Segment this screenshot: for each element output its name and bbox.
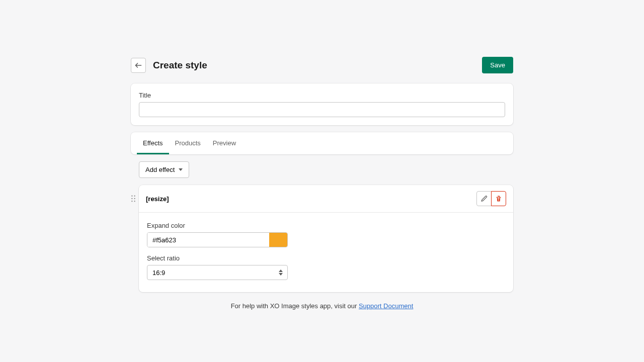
trash-icon	[495, 195, 502, 202]
select-ratio-group: Select ratio 16:9	[147, 254, 505, 280]
effect-body: Expand color Select ratio 16:9	[139, 213, 513, 292]
drag-handle[interactable]	[131, 195, 136, 204]
footer-help-text: For help with XO Image styles app, visit…	[231, 302, 359, 310]
effect-header: [resize]	[139, 185, 513, 213]
ratio-select[interactable]: 16:9	[147, 265, 288, 280]
delete-button[interactable]	[491, 191, 506, 206]
svg-point-3	[134, 198, 135, 199]
add-effect-button[interactable]: Add effect	[139, 161, 189, 178]
color-input-wrapper	[147, 232, 288, 247]
page-title: Create style	[153, 60, 482, 71]
tab-products[interactable]: Products	[169, 132, 207, 154]
color-swatch[interactable]	[269, 233, 287, 247]
effect-wrapper: [resize] Expand color	[139, 185, 513, 292]
drag-handle-icon	[131, 195, 136, 202]
svg-point-5	[134, 201, 135, 202]
expand-color-input[interactable]	[147, 233, 269, 247]
footer-help: For help with XO Image styles app, visit…	[131, 302, 513, 310]
svg-point-2	[131, 198, 132, 199]
edit-button[interactable]	[476, 191, 492, 206]
save-button[interactable]: Save	[482, 57, 513, 73]
arrow-left-icon	[134, 61, 142, 69]
page-header: Create style Save	[131, 57, 513, 73]
title-input[interactable]	[139, 102, 505, 117]
svg-point-4	[131, 201, 132, 202]
support-document-link[interactable]: Support Document	[359, 302, 413, 310]
title-label: Title	[139, 92, 505, 99]
chevron-down-icon	[179, 168, 183, 171]
title-card: Title	[131, 83, 513, 125]
svg-point-1	[134, 196, 135, 197]
tab-effects[interactable]: Effects	[137, 132, 169, 154]
svg-point-0	[131, 196, 132, 197]
tab-preview[interactable]: Preview	[207, 132, 242, 154]
add-effect-label: Add effect	[145, 166, 175, 173]
back-button[interactable]	[131, 58, 146, 73]
ratio-select-wrapper: 16:9	[147, 265, 288, 280]
expand-color-group: Expand color	[147, 222, 505, 247]
effect-name: [resize]	[146, 195, 476, 203]
select-ratio-label: Select ratio	[147, 254, 505, 262]
expand-color-label: Expand color	[147, 222, 505, 229]
add-effect-row: Add effect	[131, 161, 513, 178]
pencil-icon	[480, 195, 488, 202]
tabs-row: Effects Products Preview	[131, 132, 513, 154]
effect-card: [resize] Expand color	[139, 185, 513, 292]
tabs-card: Effects Products Preview	[131, 132, 513, 154]
